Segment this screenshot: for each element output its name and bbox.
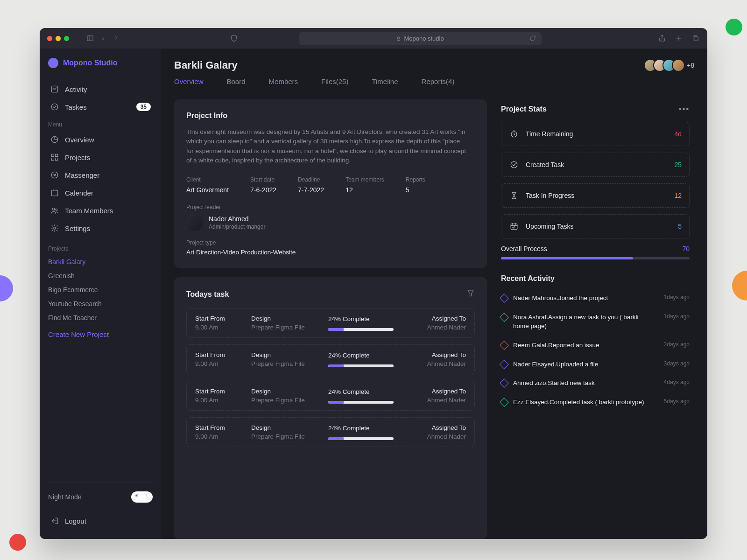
sidebar-item-messenger[interactable]: Massenger — [48, 166, 153, 184]
info-value: Art Goverment — [186, 186, 229, 194]
info-label: Project leader — [186, 204, 475, 210]
night-mode-toggle[interactable] — [131, 491, 153, 503]
project-item[interactable]: Greenish — [48, 269, 153, 283]
stat-row: Time Remaining4d — [501, 122, 690, 146]
lock-icon — [396, 36, 401, 41]
check-circle-icon — [50, 102, 59, 112]
card-title: Project Stats — [501, 105, 547, 113]
sidebar-label: Projects — [65, 154, 90, 161]
avatar — [186, 214, 203, 231]
sidebar-label: Taskes — [65, 103, 87, 111]
sidebar-item-projects[interactable]: Projects — [48, 148, 153, 166]
card-title: Todays task — [186, 290, 229, 299]
sidebar-item-activity[interactable]: Activity — [48, 80, 153, 98]
sidebar-label: Massenger — [65, 171, 99, 179]
svg-point-16 — [511, 161, 517, 168]
stat-row: Created Task25 — [501, 153, 690, 177]
avatar-more-count: +8 — [687, 62, 694, 69]
svg-point-13 — [56, 209, 57, 211]
activity-row: Nader Mahrous.Joined the project1days ag… — [501, 294, 690, 303]
forward-icon[interactable] — [112, 34, 120, 42]
menu-section-label: Menu — [48, 121, 153, 128]
task-row[interactable]: Start From9.00 Am DesignPrepare Figma Fi… — [186, 381, 475, 411]
sidebar-item-tasks[interactable]: Taskes 35 — [48, 98, 153, 116]
diamond-icon — [500, 398, 509, 407]
info-label: Reports — [406, 176, 425, 183]
address-bar[interactable]: Mopono studio — [299, 32, 542, 45]
brand-name: Mopono Studio — [63, 59, 117, 67]
brand-logo-icon — [48, 58, 58, 68]
calendar-icon — [50, 188, 59, 197]
tabs-icon[interactable] — [691, 34, 700, 42]
diamond-icon — [500, 313, 509, 322]
sidebar-label: Team Members — [65, 207, 113, 215]
diamond-icon — [500, 294, 509, 303]
stat-icon — [509, 221, 519, 231]
stat-icon — [509, 160, 519, 170]
sidebar-item-calendar[interactable]: Calender — [48, 184, 153, 202]
night-mode-row: Night Mode — [48, 491, 153, 503]
info-label: Deadline — [298, 176, 324, 183]
card-title: Recent Activity — [501, 274, 690, 283]
tab[interactable]: Files(25) — [321, 77, 348, 87]
info-value: 12 — [345, 186, 384, 194]
info-label: Team members — [345, 176, 384, 183]
activity-row: Nader Elsayed.Uploaded a file3days ago — [501, 360, 690, 369]
compass-icon — [50, 170, 59, 180]
svg-point-10 — [51, 172, 58, 178]
activity-row: Nora Ashraf.Assign a new task to you ( b… — [501, 313, 690, 331]
task-row[interactable]: Start From9.00 Am DesignPrepare Figma Fi… — [186, 308, 475, 338]
brand[interactable]: Mopono Studio — [48, 58, 153, 68]
sidebar-toggle-icon[interactable] — [86, 34, 94, 42]
tab[interactable]: Overview — [174, 77, 204, 87]
leader-name: Nader Ahmed — [209, 215, 265, 223]
decor-dot — [732, 271, 747, 301]
gear-icon — [50, 224, 59, 233]
decor-dot — [726, 19, 742, 35]
task-row[interactable]: Start From9.00 Am DesignPrepare Figma Fi… — [186, 344, 475, 374]
sidebar-item-overview[interactable]: Overview — [48, 131, 153, 148]
task-row[interactable]: Start From9.00 Am DesignPrepare Figma Fi… — [186, 417, 475, 447]
create-project-link[interactable]: Create New Project — [48, 330, 153, 338]
leader-role: Admin/product manger — [209, 224, 265, 230]
shield-icon[interactable] — [230, 34, 238, 42]
refresh-icon[interactable] — [529, 34, 537, 42]
traffic-lights[interactable] — [47, 36, 69, 41]
sidebar-item-team[interactable]: Team Members — [48, 202, 153, 219]
activity-row: Reem Galal.Reported an issue2days ago — [501, 341, 690, 350]
member-avatars[interactable]: +8 — [648, 59, 694, 72]
project-item[interactable]: Barkli Galary — [48, 255, 153, 269]
stat-icon — [509, 190, 519, 201]
svg-point-14 — [54, 227, 56, 230]
filter-icon[interactable] — [466, 289, 475, 300]
tab[interactable]: Board — [227, 77, 246, 87]
info-value: 5 — [406, 186, 425, 194]
decor-dot — [9, 534, 26, 551]
project-type: Art Direction-Video Production-Website — [186, 249, 475, 256]
svg-rect-9 — [56, 158, 58, 161]
activity-row: Ezz Elsayed.Completed task ( barkli prot… — [501, 398, 690, 407]
info-label: Client — [186, 176, 229, 183]
project-item[interactable]: Youtube Research — [48, 297, 153, 311]
stat-icon — [509, 129, 519, 139]
tab[interactable]: Reports(4) — [422, 77, 455, 87]
logout-icon — [50, 516, 59, 525]
overall-value: 70 — [682, 245, 690, 252]
svg-rect-2 — [694, 37, 698, 41]
project-info-card: Project Info This overnight museum was d… — [174, 99, 487, 268]
sidebar-label: Activity — [65, 85, 87, 93]
tab[interactable]: Timeline — [372, 77, 398, 87]
overall-progress-bar — [501, 257, 690, 259]
sidebar-item-logout[interactable]: Logout — [48, 512, 153, 530]
tab[interactable]: Members — [269, 77, 298, 87]
back-icon[interactable] — [99, 34, 107, 42]
sidebar-label: Overview — [65, 136, 94, 144]
project-item[interactable]: Bigo Ecommerce — [48, 283, 153, 297]
sidebar-item-settings[interactable]: Settings — [48, 219, 153, 237]
activity-icon — [50, 84, 59, 94]
share-icon[interactable] — [658, 34, 666, 42]
svg-point-4 — [51, 104, 58, 110]
more-icon[interactable]: ••• — [679, 105, 690, 113]
plus-icon[interactable] — [675, 34, 683, 42]
project-item[interactable]: Find Me Teacher — [48, 311, 153, 325]
